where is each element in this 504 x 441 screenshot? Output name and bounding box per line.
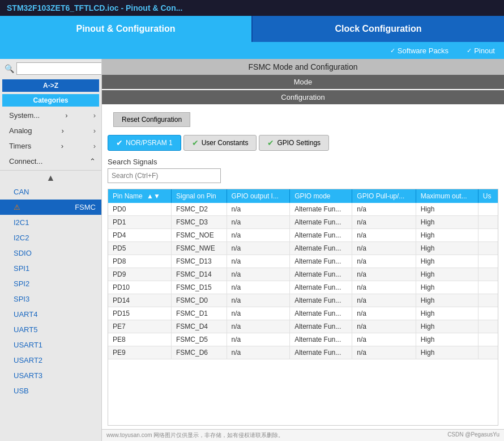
signal-search-input[interactable] (108, 168, 221, 183)
cell-gpio-mode: Alternate Fun... (290, 255, 352, 268)
cell-us (478, 268, 498, 281)
table-row: PE8 FSMC_D5 n/a Alternate Fun... n/a Hig… (108, 333, 498, 346)
sidebar-item-spi1[interactable]: SPI1 (0, 261, 101, 276)
check-icon-1: ✔ (116, 138, 123, 147)
sidebar-item-uart5[interactable]: UART5 (0, 322, 101, 337)
cell-gpio-mode: Alternate Fun... (290, 216, 352, 229)
check-icon-3: ✔ (267, 138, 274, 147)
cell-pin-name: PD8 (108, 255, 172, 268)
table-row: PD15 FSMC_D1 n/a Alternate Fun... n/a Hi… (108, 307, 498, 320)
sidebar-az-button[interactable]: A->Z (2, 79, 99, 92)
cell-max-out: High (416, 216, 478, 229)
gpio-table-container[interactable]: Pin Name ▲▼ Signal on Pin GPIO output I.… (108, 189, 498, 426)
cell-gpio-mode: Alternate Fun... (290, 294, 352, 307)
cell-us (478, 333, 498, 346)
mode-header: Mode (102, 75, 504, 89)
sidebar-item-analog[interactable]: Analog › (0, 123, 101, 138)
sidebar-item-usart1[interactable]: USART1 (0, 337, 101, 353)
cell-gpio-pull: n/a (352, 307, 416, 320)
cell-us (478, 294, 498, 307)
cell-us (478, 229, 498, 242)
cell-gpio-output: n/a (227, 294, 290, 307)
cell-gpio-mode: Alternate Fun... (290, 242, 352, 255)
arrow-icon: › (65, 111, 67, 120)
signal-search-label: Search Signals (108, 158, 498, 166)
cell-gpio-pull: n/a (352, 255, 416, 268)
cell-gpio-output: n/a (227, 346, 290, 359)
sidebar-item-sdio[interactable]: SDIO (0, 245, 101, 261)
cell-gpio-output: n/a (227, 320, 290, 333)
cell-us (478, 242, 498, 255)
sidebar-item-spi3[interactable]: SPI3 (0, 291, 101, 307)
search-icon: 🔍 (5, 64, 14, 73)
tab-nor-psram[interactable]: ✔ NOR/PSRAM 1 (108, 135, 181, 151)
col-us: Us (478, 189, 498, 203)
tab-pinout-config[interactable]: Pinout & Configuration (0, 16, 251, 42)
sidebar-item-i2c2[interactable]: I2C2 (0, 230, 101, 245)
sidebar-item-can[interactable]: CAN (0, 184, 101, 200)
cell-gpio-mode: Alternate Fun... (290, 333, 352, 346)
sidebar-item-i2c1[interactable]: I2C1 (0, 215, 101, 230)
col-gpio-mode: GPIO mode (290, 189, 352, 203)
cell-max-out: High (416, 333, 478, 346)
cell-gpio-pull: n/a (352, 229, 416, 242)
cell-signal: FSMC_D15 (172, 281, 227, 294)
cell-gpio-output: n/a (227, 203, 290, 216)
tab-user-constants[interactable]: ✔ User Constants (183, 135, 257, 151)
cell-signal: FSMC_D5 (172, 333, 227, 346)
chevron-icon-2: ✓ (467, 47, 472, 54)
cell-us (478, 203, 498, 216)
cell-signal: FSMC_D1 (172, 307, 227, 320)
sort-icon[interactable]: ▲▼ (147, 192, 160, 200)
arrow-icon: › (61, 142, 63, 150)
gpio-table: Pin Name ▲▼ Signal on Pin GPIO output I.… (108, 189, 498, 359)
cell-gpio-output: n/a (227, 333, 290, 346)
cell-gpio-pull: n/a (352, 242, 416, 255)
sidebar-item-connect[interactable]: Connect... ⌃ (0, 154, 101, 169)
cell-signal: FSMC_D6 (172, 346, 227, 359)
sidebar-item-system[interactable]: System... › (0, 108, 101, 123)
reset-config-button[interactable]: Reset Configuration (113, 112, 190, 127)
cell-gpio-mode: Alternate Fun... (290, 229, 352, 242)
cell-gpio-pull: n/a (352, 333, 416, 346)
cell-gpio-output: n/a (227, 255, 290, 268)
cell-gpio-output: n/a (227, 216, 290, 229)
cell-pin-name: PD1 (108, 216, 172, 229)
content-area: FSMC Mode and Configuration Mode Configu… (102, 59, 504, 441)
sidebar-item-timers[interactable]: Timers › (0, 138, 101, 154)
config-header: Configuration (102, 90, 504, 104)
sidebar-item-spi2[interactable]: SPI2 (0, 276, 101, 291)
title-text: STM32F103ZET6_TFTLCD.ioc - Pinout & Con.… (7, 3, 182, 12)
cell-gpio-mode: Alternate Fun... (290, 281, 352, 294)
sidebar-item-usb[interactable]: USB (0, 383, 101, 398)
table-row: PD0 FSMC_D2 n/a Alternate Fun... n/a Hig… (108, 203, 498, 216)
sidebar-item-usart3[interactable]: USART3 (0, 368, 101, 383)
cell-gpio-output: n/a (227, 307, 290, 320)
cell-pin-name: PD9 (108, 268, 172, 281)
cell-max-out: High (416, 203, 478, 216)
sidebar-up-arrow[interactable]: ▲ (0, 172, 101, 184)
sidebar-categories-button[interactable]: Categories (2, 94, 99, 107)
nav-software-packs[interactable]: ✓ Software Packs (381, 42, 458, 59)
cell-signal: FSMC_D3 (172, 216, 227, 229)
cell-pin-name: PD10 (108, 281, 172, 294)
sidebar-item-usart2[interactable]: USART2 (0, 353, 101, 368)
sidebar-item-fsmc[interactable]: ⚠ FSMC (0, 200, 101, 215)
cell-gpio-mode: Alternate Fun... (290, 268, 352, 281)
table-row: PD8 FSMC_D13 n/a Alternate Fun... n/a Hi… (108, 255, 498, 268)
main-layout: 🔍 A->Z Categories System... › Analog › T… (0, 59, 504, 441)
tab-clock-config[interactable]: Clock Configuration (253, 16, 504, 42)
col-gpio-output: GPIO output I... (227, 189, 290, 203)
sidebar-item-uart4[interactable]: UART4 (0, 307, 101, 322)
col-max-out: Maximum out... (416, 189, 478, 203)
cell-max-out: High (416, 320, 478, 333)
search-input[interactable] (16, 62, 102, 75)
top-nav: Pinout & Configuration Clock Configurati… (0, 16, 504, 42)
tab-gpio-settings[interactable]: ✔ GPIO Settings (259, 135, 329, 151)
second-nav: ✓ Software Packs ✓ Pinout (0, 42, 504, 59)
cell-max-out: High (416, 307, 478, 320)
cell-gpio-output: n/a (227, 242, 290, 255)
cell-gpio-output: n/a (227, 268, 290, 281)
cell-gpio-mode: Alternate Fun... (290, 203, 352, 216)
nav-pinout[interactable]: ✓ Pinout (458, 42, 504, 59)
